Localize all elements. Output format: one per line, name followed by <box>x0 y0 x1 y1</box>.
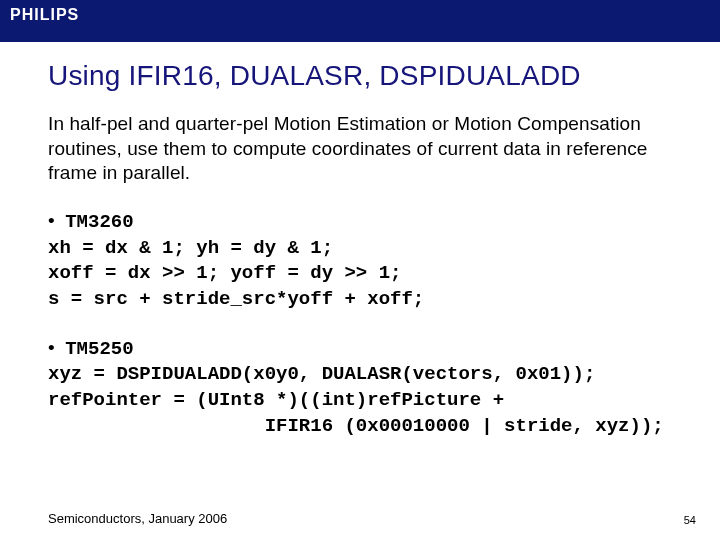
code-block-tm3260: TM3260 xh = dx & 1; yh = dy & 1; xoff = … <box>48 208 676 313</box>
slide-body: In half-pel and quarter-pel Motion Estim… <box>48 112 676 186</box>
philips-logo: PHILIPS <box>0 0 720 24</box>
code-line: xh = dx & 1; yh = dy & 1; <box>48 236 676 262</box>
slide-title: Using IFIR16, DUALASR, DSPIDUALADD <box>48 60 676 92</box>
code-line: refPointer = (UInt8 *)((int)refPicture + <box>48 388 676 414</box>
bullet-tm3260: TM3260 <box>48 208 676 236</box>
code-line: s = src + stride_src*yoff + xoff; <box>48 287 676 313</box>
footer-text: Semiconductors, January 2006 <box>48 511 227 526</box>
code-block-tm5250: TM5250 xyz = DSPIDUALADD(x0y0, DUALASR(v… <box>48 335 676 440</box>
brand-header: PHILIPS <box>0 0 720 42</box>
code-line: IFIR16 (0x00010000 | stride, xyz)); <box>48 414 676 440</box>
code-line: xyz = DSPIDUALADD(x0y0, DUALASR(vectors,… <box>48 362 676 388</box>
slide-content: Using IFIR16, DUALASR, DSPIDUALADD In ha… <box>0 42 720 439</box>
bullet-tm5250: TM5250 <box>48 335 676 363</box>
code-line: xoff = dx >> 1; yoff = dy >> 1; <box>48 261 676 287</box>
page-number: 54 <box>684 514 696 526</box>
